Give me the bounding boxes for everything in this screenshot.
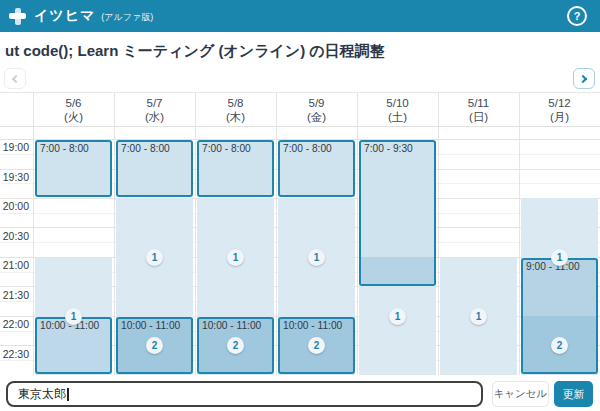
event-time-label: 7:00 - 8:00 <box>118 142 191 154</box>
count-badge: 2 <box>227 337 244 354</box>
event-time-label: 10:00 - 11:00 <box>199 319 272 331</box>
day-header: 5/7(水) <box>114 93 195 126</box>
day-header: 5/9(金) <box>276 93 357 126</box>
time-label: 21:30 <box>0 289 29 301</box>
event-block[interactable]: 7:00 - 9:30 <box>359 140 436 286</box>
app-bar: イツヒマ (アルファ版) ? <box>0 0 600 32</box>
name-input-value: 東京太郎 <box>18 386 66 403</box>
column-divider <box>438 93 439 376</box>
day-date: 5/12 <box>519 96 600 110</box>
header-divider <box>0 126 600 127</box>
day-of-week: (金) <box>276 110 357 124</box>
event-block[interactable]: 10:00 - 11:00 <box>35 317 112 374</box>
time-label: 21:00 <box>0 259 29 271</box>
count-badge: 2 <box>146 337 163 354</box>
event-block[interactable]: 7:00 - 8:00 <box>35 140 112 197</box>
column-divider <box>357 93 358 376</box>
day-of-week: (土) <box>357 110 438 124</box>
footer-bar: 東京太郎 キャンセル 更新 <box>0 375 600 411</box>
count-badge: 2 <box>551 337 568 354</box>
count-badge: 1 <box>308 249 325 266</box>
day-date: 5/10 <box>357 96 438 110</box>
name-input[interactable]: 東京太郎 <box>6 381 483 407</box>
column-divider <box>519 93 520 376</box>
count-badge: 2 <box>308 337 325 354</box>
day-of-week: (日) <box>438 110 519 124</box>
day-header: 5/11(日) <box>438 93 519 126</box>
day-date: 5/11 <box>438 96 519 110</box>
day-header: 5/8(木) <box>195 93 276 126</box>
day-header: 5/6(火) <box>33 93 114 126</box>
count-badge: 1 <box>65 308 82 325</box>
app-logo-icon <box>9 8 26 25</box>
app-name: イツヒマ <box>34 7 95 25</box>
count-badge: 1 <box>227 249 244 266</box>
event-block[interactable]: 7:00 - 8:00 <box>197 140 274 197</box>
event-time-label: 7:00 - 8:00 <box>199 142 272 154</box>
count-badge: 1 <box>146 249 163 266</box>
event-block[interactable]: 9:00 - 11:00 <box>521 258 598 374</box>
update-button[interactable]: 更新 <box>554 381 593 407</box>
event-block[interactable]: 7:00 - 8:00 <box>278 140 355 197</box>
time-label: 22:30 <box>0 348 29 360</box>
help-icon[interactable]: ? <box>567 6 587 26</box>
day-of-week: (火) <box>33 110 114 124</box>
event-time-label: 10:00 - 11:00 <box>280 319 353 331</box>
event-time-label: 10:00 - 11:00 <box>118 319 191 331</box>
column-divider <box>33 93 34 376</box>
chevron-left-icon <box>12 74 20 82</box>
event-shade-segment <box>361 257 434 284</box>
day-date: 5/8 <box>195 96 276 110</box>
text-caret <box>67 388 69 401</box>
time-label: 19:30 <box>0 171 29 183</box>
day-date: 5/9 <box>276 96 357 110</box>
time-label: 20:00 <box>0 200 29 212</box>
event-time-label: 7:00 - 8:00 <box>280 142 353 154</box>
time-label: 22:00 <box>0 318 29 330</box>
event-time-label: 7:00 - 9:30 <box>361 142 434 154</box>
cancel-button[interactable]: キャンセル <box>492 381 549 407</box>
page-title: ut code(); Learn ミーティング (オンライン) の日程調整 <box>5 42 385 61</box>
prev-week-button[interactable] <box>4 68 26 89</box>
day-header: 5/10(土) <box>357 93 438 126</box>
day-of-week: (月) <box>519 110 600 124</box>
app-version-badge: (アルファ版) <box>101 11 153 24</box>
chevron-right-icon <box>579 74 587 82</box>
column-divider <box>195 93 196 376</box>
count-badge: 1 <box>389 308 406 325</box>
availability-grid[interactable]: 5/6(火)5/7(水)5/8(木)5/9(金)5/10(土)5/11(日)5/… <box>0 92 600 376</box>
count-badge: 1 <box>551 249 568 266</box>
event-block[interactable]: 7:00 - 8:00 <box>116 140 193 197</box>
day-date: 5/7 <box>114 96 195 110</box>
column-divider <box>276 93 277 376</box>
time-label: 19:00 <box>0 141 29 153</box>
count-badge: 1 <box>470 308 487 325</box>
time-label: 20:30 <box>0 230 29 242</box>
day-of-week: (水) <box>114 110 195 124</box>
day-header: 5/12(月) <box>519 93 600 126</box>
day-date: 5/6 <box>33 96 114 110</box>
next-week-button[interactable] <box>573 68 595 89</box>
day-of-week: (木) <box>195 110 276 124</box>
column-divider <box>114 93 115 376</box>
event-time-label: 7:00 - 8:00 <box>37 142 110 154</box>
